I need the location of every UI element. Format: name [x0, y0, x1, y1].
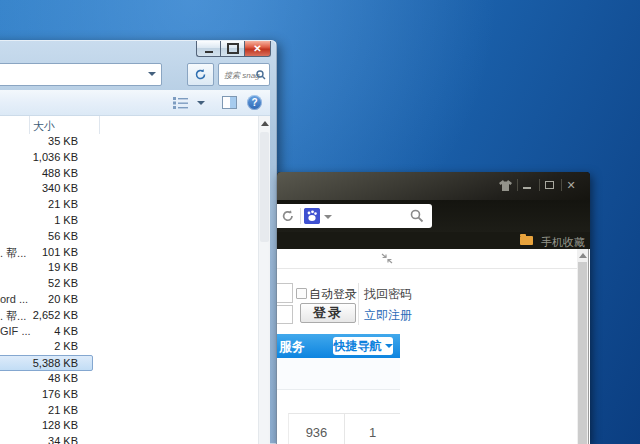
column-separator[interactable] [99, 116, 100, 134]
page-refresh-icon[interactable] [281, 209, 295, 223]
file-size: 20 KB [48, 293, 78, 305]
file-row[interactable]: 488 KB [0, 166, 92, 182]
file-size: 21 KB [48, 404, 78, 416]
favicon-dropdown-icon[interactable] [324, 215, 332, 219]
login-button[interactable]: 登录 [300, 303, 356, 323]
file-row[interactable]: 35 KB [0, 134, 92, 150]
file-row[interactable]: 48 KB [0, 371, 92, 387]
site-favicon[interactable] [304, 208, 320, 224]
preview-pane-icon [230, 97, 236, 108]
file-size: 52 KB [48, 277, 78, 289]
bookmarks-bar: 手机收藏 [277, 232, 590, 249]
address-bar[interactable] [0, 63, 162, 86]
file-row[interactable]: ord ...20 KB [0, 292, 92, 308]
browser-close-button[interactable]: ✕ [562, 178, 580, 192]
size-column-header[interactable]: 大小 [33, 119, 55, 134]
column-separator[interactable] [29, 116, 30, 134]
file-size: 35 KB [48, 135, 78, 147]
explorer-minimize-button[interactable] [196, 41, 220, 57]
section-body-panel [277, 358, 400, 390]
refresh-button[interactable] [187, 63, 214, 86]
file-row[interactable]: 52 KB [0, 276, 92, 292]
file-size: 21 KB [48, 198, 78, 210]
file-row[interactable]: . 帮...101 KB [0, 245, 92, 261]
folder-icon[interactable] [520, 236, 533, 245]
search-icon[interactable] [410, 209, 424, 223]
file-list-rows: 35 KB1,036 KB488 KB340 KB21 KB1 KB56 KB.… [0, 134, 258, 444]
file-size: 488 KB [42, 167, 78, 179]
file-name-fragment: ord ... [0, 293, 28, 305]
scroll-up-icon[interactable] [579, 253, 587, 258]
username-field[interactable] [277, 283, 293, 303]
scrollbar-thumb[interactable] [260, 132, 269, 242]
preview-pane-button[interactable] [222, 96, 237, 109]
desktop: ✕ ? 大小 35 KB1,036 KB488 KB340 KB21 KB1 K… [0, 0, 640, 444]
file-row[interactable]: 19 KB [0, 260, 92, 276]
password-field[interactable] [277, 305, 293, 324]
file-row[interactable]: 128 KB [0, 418, 92, 434]
auto-login-label[interactable]: 自动登录 [309, 286, 357, 303]
browser-window: ✕ K [277, 172, 590, 444]
explorer-maximize-button[interactable] [220, 41, 244, 57]
close-icon: ✕ [253, 43, 261, 54]
collapse-icon[interactable] [381, 253, 393, 264]
section-header-bar: 服务 快捷导航 [277, 334, 400, 358]
browser-address-bar[interactable] [277, 204, 432, 228]
list-view-icon [173, 96, 189, 109]
maximize-icon [545, 181, 554, 189]
views-button[interactable] [173, 95, 189, 113]
auto-login-checkbox[interactable] [296, 288, 307, 299]
page-content: 自动登录 找回密码 登录 立即注册 服务 快捷导航 936 1 [277, 249, 590, 444]
explorer-scrollbar[interactable] [258, 116, 270, 444]
file-row[interactable]: . 帮...2,652 KB [0, 308, 92, 324]
find-password-link[interactable]: 找回密码 [364, 286, 412, 303]
file-row[interactable]: GIF ...4 KB [0, 324, 92, 340]
address-dropdown-icon[interactable] [148, 72, 156, 76]
file-row[interactable]: 21 KB [0, 197, 92, 213]
file-row[interactable]: 34 KB [0, 434, 92, 444]
browser-maximize-button[interactable] [540, 178, 558, 192]
chevron-down-icon [385, 344, 393, 348]
file-row[interactable]: 56 KB [0, 229, 92, 245]
file-size: 176 KB [42, 388, 78, 400]
file-row[interactable]: 2 KB [0, 339, 92, 355]
file-size: 1,036 KB [33, 151, 78, 163]
file-row[interactable]: 340 KB [0, 181, 92, 197]
section-divider [277, 268, 577, 269]
file-size: 2 KB [54, 340, 78, 352]
scrollbar-thumb[interactable] [578, 262, 587, 444]
mobile-favorites-link[interactable]: 手机收藏 [541, 235, 585, 250]
file-size: 56 KB [48, 230, 78, 242]
browser-titlebar: ✕ [277, 172, 590, 200]
service-title-fragment: 服务 [279, 338, 305, 356]
file-row[interactable]: 21 KB [0, 403, 92, 419]
stats-row: 936 1 [288, 413, 400, 444]
file-size: 340 KB [42, 182, 78, 194]
minimize-icon [523, 187, 531, 189]
column-header-row[interactable]: 大小 [0, 116, 258, 134]
file-row[interactable]: 1 KB [0, 213, 92, 229]
help-button[interactable]: ? [247, 95, 262, 110]
file-row[interactable]: 176 KB [0, 387, 92, 403]
help-icon: ? [251, 97, 257, 108]
stat-value: 936 [289, 414, 344, 444]
file-size: 101 KB [42, 246, 78, 258]
views-dropdown-icon[interactable] [197, 101, 205, 105]
quick-nav-label: 快捷导航 [334, 338, 382, 355]
search-icon [256, 70, 266, 80]
file-row[interactable]: 1,036 KB [0, 150, 92, 166]
file-size: 1 KB [54, 214, 78, 226]
browser-scrollbar[interactable] [577, 249, 589, 444]
register-link[interactable]: 立即注册 [364, 307, 412, 324]
browser-minimize-button[interactable] [518, 178, 536, 192]
addressbar-separator [300, 208, 301, 224]
search-box[interactable] [218, 63, 270, 86]
scroll-up-icon[interactable] [261, 121, 269, 126]
skin-theme-button[interactable] [496, 178, 514, 192]
quick-nav-button[interactable]: 快捷导航 [333, 337, 393, 355]
file-row[interactable]: 5,388 KB [0, 355, 93, 371]
file-size: 34 KB [48, 435, 78, 444]
explorer-close-button[interactable]: ✕ [244, 41, 271, 57]
maximize-icon [227, 43, 239, 54]
file-size: 5,388 KB [33, 357, 78, 369]
